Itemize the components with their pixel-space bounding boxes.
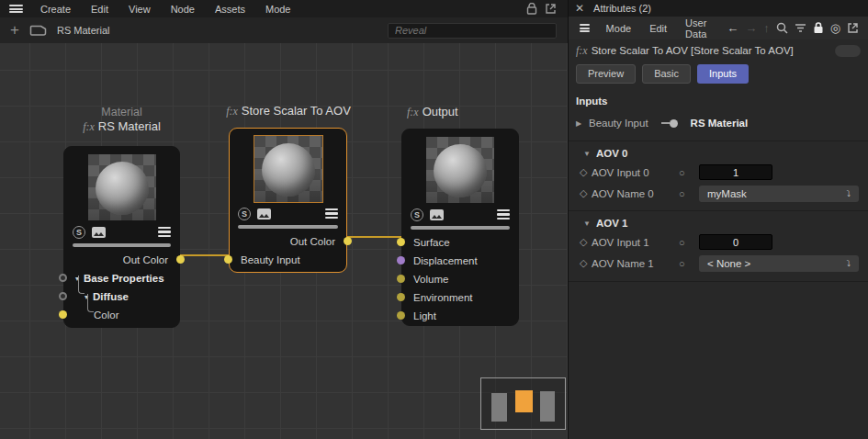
menu-mode[interactable]: Mode: [255, 4, 301, 15]
port-row-surface[interactable]: Surface: [402, 233, 518, 252]
reveal-search-input[interactable]: [388, 23, 557, 39]
menu-view[interactable]: View: [118, 4, 161, 15]
light-port[interactable]: [397, 311, 405, 320]
menu-node[interactable]: Node: [161, 4, 205, 15]
collapse-triangle-icon[interactable]: ▼: [583, 220, 596, 228]
store-node-preview: [254, 136, 322, 202]
lock-icon[interactable]: [813, 22, 824, 34]
aov-name-0-select[interactable]: myMask ⤵: [699, 186, 859, 202]
open-window-icon[interactable]: [847, 22, 859, 34]
node-menu-icon[interactable]: [497, 209, 510, 220]
beauty-input-row[interactable]: ▶ Beauty Input RS Material: [569, 112, 868, 134]
sphere-preview: [96, 162, 149, 215]
expand-triangle-icon[interactable]: ▶: [576, 119, 589, 128]
aov-name-1-select[interactable]: < None > ⤵: [699, 255, 859, 272]
node-graph-canvas[interactable]: Material f:xRS Material S Out Color: [0, 43, 568, 439]
port-row-environment[interactable]: Environment: [402, 288, 518, 307]
port-row-out-color[interactable]: Out Color: [230, 232, 346, 251]
image-badge-icon[interactable]: [257, 208, 271, 220]
diffuse-port[interactable]: [59, 292, 67, 300]
enable-toggle[interactable]: [835, 45, 861, 57]
material-node[interactable]: S Out Color ▾ Base Properties: [63, 146, 180, 328]
filter-icon[interactable]: [795, 23, 806, 33]
preview-size-slider[interactable]: [238, 225, 338, 229]
node-menu-icon[interactable]: [158, 227, 171, 238]
color-port[interactable]: [59, 310, 67, 319]
keyframe-diamond-icon[interactable]: ◇: [576, 166, 592, 178]
port-ring-icon[interactable]: ○: [679, 258, 699, 269]
solo-badge-icon[interactable]: S: [411, 208, 423, 221]
store-scalar-node[interactable]: S Out Color Beauty Input: [229, 128, 347, 273]
add-node-icon[interactable]: +: [6, 21, 24, 39]
attr-menu-userdata[interactable]: User Data: [676, 17, 727, 39]
tree-elbow-line: [87, 294, 94, 312]
tree-elbow-line: [78, 276, 85, 294]
port-ring-icon[interactable]: ○: [679, 237, 699, 248]
beauty-input-port[interactable]: [224, 255, 232, 264]
image-badge-icon[interactable]: [92, 227, 106, 238]
material-node-title: RS Material: [98, 119, 161, 133]
tab-inputs[interactable]: Inputs: [697, 64, 749, 84]
history-forward-icon[interactable]: →: [745, 21, 757, 35]
aov0-group-header[interactable]: ▼ AOV 0: [569, 141, 868, 162]
port-ring-icon[interactable]: ○: [679, 167, 699, 178]
keyframe-diamond-icon[interactable]: ◇: [576, 187, 592, 199]
port-row-out-color[interactable]: Out Color: [64, 251, 179, 269]
tab-basic[interactable]: Basic: [642, 64, 691, 84]
aov-name-0-row: ◇ AOV Name 0 ○ myMask ⤵: [569, 183, 868, 204]
image-badge-icon[interactable]: [430, 209, 444, 220]
target-mode-icon[interactable]: ◎: [830, 22, 840, 34]
output-node-caption: f:xOutput: [401, 105, 519, 119]
preview-size-slider[interactable]: [73, 243, 171, 247]
close-icon[interactable]: ✕: [575, 2, 584, 15]
environment-port[interactable]: [397, 293, 405, 301]
menu-assets[interactable]: Assets: [205, 4, 255, 15]
sphere-preview: [262, 143, 315, 197]
node-editor-menubar: Create Edit View Node Assets Mode: [0, 0, 568, 17]
material-node-category: Material: [63, 106, 180, 119]
surface-port[interactable]: [397, 238, 405, 246]
port-ring-icon[interactable]: ○: [679, 188, 699, 199]
hamburger-menu-icon[interactable]: [9, 5, 23, 13]
solo-badge-icon[interactable]: S: [73, 226, 85, 239]
port-row-displacement[interactable]: Displacement: [402, 252, 518, 270]
lock-icon[interactable]: [526, 3, 537, 15]
fx-icon: f:x: [83, 120, 95, 133]
displacement-port[interactable]: [397, 256, 405, 265]
attr-menu-edit[interactable]: Edit: [640, 23, 676, 34]
volume-port[interactable]: [397, 275, 405, 283]
section-separator: [569, 281, 868, 282]
node-shape-icon[interactable]: [29, 25, 48, 37]
keyframe-diamond-icon[interactable]: ◇: [576, 257, 592, 269]
up-level-icon[interactable]: ↑: [763, 21, 770, 35]
open-window-icon[interactable]: [545, 3, 557, 15]
aov-input-1-field[interactable]: [699, 234, 772, 250]
output-node[interactable]: S Surface Displacement: [401, 129, 519, 326]
breadcrumb[interactable]: RS Material: [57, 25, 109, 36]
menu-edit[interactable]: Edit: [81, 4, 118, 15]
port-row-light[interactable]: Light: [402, 307, 518, 325]
solo-badge-icon[interactable]: S: [238, 208, 251, 220]
preview-size-slider[interactable]: [411, 226, 510, 230]
beauty-input-value: RS Material: [691, 118, 749, 129]
collapse-triangle-icon[interactable]: ▼: [583, 150, 596, 158]
node-menu-icon[interactable]: [325, 208, 338, 220]
attributes-menubar: Mode Edit User Data ← → ↑ ◎: [569, 17, 868, 39]
navigator-minimap[interactable]: [480, 377, 566, 430]
attr-menu-mode[interactable]: Mode: [597, 23, 641, 34]
base-properties-port[interactable]: [59, 274, 67, 282]
port-row-volume[interactable]: Volume: [402, 270, 518, 288]
aov-input-0-field[interactable]: [699, 164, 772, 180]
menu-create[interactable]: Create: [30, 4, 81, 15]
port-row-color[interactable]: Color: [64, 306, 179, 324]
aov1-group-header[interactable]: ▼ AOV 1: [569, 210, 868, 231]
hamburger-menu-icon[interactable]: [580, 24, 590, 32]
keyframe-diamond-icon[interactable]: ◇: [576, 236, 592, 248]
out-color-port[interactable]: [344, 237, 352, 245]
tab-preview[interactable]: Preview: [576, 64, 636, 84]
history-back-icon[interactable]: ←: [727, 21, 738, 35]
out-color-port[interactable]: [176, 255, 185, 264]
port-row-beauty-input[interactable]: Beauty Input: [230, 251, 346, 269]
aov-input-0-label: AOV Input 0: [592, 167, 679, 178]
search-icon[interactable]: [776, 22, 788, 34]
